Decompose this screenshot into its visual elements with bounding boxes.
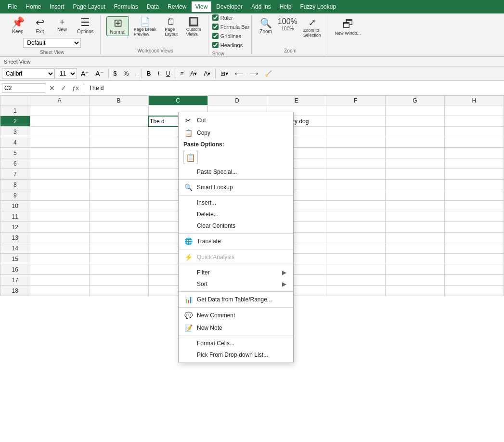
cell-H6[interactable] xyxy=(444,158,504,169)
ctx-filter[interactable]: Filter ▶ xyxy=(179,267,293,278)
cell-G15[interactable] xyxy=(385,254,444,264)
cell-F3[interactable] xyxy=(326,127,385,137)
cell-G9[interactable] xyxy=(385,190,444,201)
menu-home[interactable]: Home xyxy=(22,1,45,12)
cell-A4[interactable] xyxy=(30,137,89,148)
ctx-smart-lookup[interactable]: 🔍 Smart Lookup xyxy=(179,181,293,194)
ctx-translate[interactable]: 🌐 Translate xyxy=(179,235,293,247)
cell-F10[interactable] xyxy=(326,201,385,211)
cell-G18[interactable] xyxy=(385,286,444,296)
cell-A5[interactable] xyxy=(30,148,89,158)
formula-input[interactable] xyxy=(87,85,502,91)
cell-B16[interactable] xyxy=(89,264,148,275)
cell-A6[interactable] xyxy=(30,158,89,169)
cell-F8[interactable] xyxy=(326,180,385,190)
cell-A15[interactable] xyxy=(30,254,89,264)
font-size-select[interactable]: 11 xyxy=(56,68,77,79)
align-left-btn[interactable]: ≡ xyxy=(177,69,186,78)
cell-B1[interactable] xyxy=(89,105,148,116)
sheet-view-dropdown[interactable]: Default xyxy=(23,38,81,48)
cell-H11[interactable] xyxy=(444,211,504,222)
cell-H10[interactable] xyxy=(444,201,504,211)
col-header-D[interactable]: D xyxy=(207,96,267,105)
cell-A17[interactable] xyxy=(30,275,89,286)
cell-B17[interactable] xyxy=(89,275,148,286)
cell-G3[interactable] xyxy=(385,127,444,137)
cell-B18[interactable] xyxy=(89,286,148,296)
cell-G12[interactable] xyxy=(385,222,444,233)
decrease-font-btn[interactable]: A⁻ xyxy=(92,69,106,78)
menu-fuzzy-lookup[interactable]: Fuzzy Lookup xyxy=(296,1,340,12)
cell-B3[interactable] xyxy=(89,127,148,137)
formula-bar-checkbox[interactable] xyxy=(212,24,219,30)
row-header-7[interactable]: 7 xyxy=(0,169,30,180)
highlight-btn[interactable]: A▾ xyxy=(187,69,200,78)
cell-H8[interactable] xyxy=(444,180,504,190)
cell-H12[interactable] xyxy=(444,222,504,233)
row-header-9[interactable]: 9 xyxy=(0,190,30,201)
formula-cancel-btn[interactable]: ✕ xyxy=(47,83,57,93)
cell-F9[interactable] xyxy=(326,190,385,201)
cell-B11[interactable] xyxy=(89,211,148,222)
cell-B14[interactable] xyxy=(89,243,148,254)
row-header-8[interactable]: 8 xyxy=(0,180,30,190)
ctx-format-cells[interactable]: Format Cells... xyxy=(179,338,293,349)
cell-G16[interactable] xyxy=(385,264,444,275)
cell-A12[interactable] xyxy=(30,222,89,233)
ctx-new-comment[interactable]: 💬 New Comment xyxy=(179,309,293,322)
cell-A7[interactable] xyxy=(30,169,89,180)
gridlines-checkbox[interactable] xyxy=(212,33,219,39)
ctx-cut[interactable]: ✂ Cut xyxy=(179,114,293,127)
ribbon-btn-page-break-preview[interactable]: 📄 Page BreakPreview xyxy=(131,16,159,38)
row-header-17[interactable]: 17 xyxy=(0,275,30,286)
cell-A14[interactable] xyxy=(30,243,89,254)
cell-A11[interactable] xyxy=(30,211,89,222)
comma-btn[interactable]: ‚ xyxy=(132,69,140,78)
col-header-C[interactable]: C xyxy=(148,96,207,105)
cell-G11[interactable] xyxy=(385,211,444,222)
cell-H1[interactable] xyxy=(444,105,504,116)
cell-H17[interactable] xyxy=(444,275,504,286)
ctx-insert[interactable]: Insert... xyxy=(179,197,293,208)
col-header-G[interactable]: G xyxy=(385,96,444,105)
cell-F15[interactable] xyxy=(326,254,385,264)
col-header-B[interactable]: B xyxy=(89,96,148,105)
formula-confirm-btn[interactable]: ✓ xyxy=(59,83,68,93)
cell-B7[interactable] xyxy=(89,169,148,180)
menu-review[interactable]: Review xyxy=(164,1,190,12)
row-header-2[interactable]: 2 xyxy=(0,116,30,127)
cell-F7[interactable] xyxy=(326,169,385,180)
cell-B6[interactable] xyxy=(89,158,148,169)
cell-B9[interactable] xyxy=(89,190,148,201)
ribbon-btn-new-sv[interactable]: ＋ New xyxy=(52,16,72,33)
cell-G1[interactable] xyxy=(385,105,444,116)
cell-H7[interactable] xyxy=(444,169,504,180)
ribbon-btn-zoom-100[interactable]: 100% 100% xyxy=(276,16,299,32)
formula-insert-fn-btn[interactable]: ƒx xyxy=(70,83,81,92)
ctx-paste-special[interactable]: Paste Special... xyxy=(179,166,293,178)
cell-F17[interactable] xyxy=(326,275,385,286)
cell-G2[interactable] xyxy=(385,116,444,127)
menu-add-ins[interactable]: Add-ins xyxy=(247,1,275,12)
cell-H4[interactable] xyxy=(444,137,504,148)
cell-H5[interactable] xyxy=(444,148,504,158)
font-color-btn[interactable]: A▾ xyxy=(201,69,213,78)
menu-developer[interactable]: Developer xyxy=(212,1,246,12)
percent-btn[interactable]: % xyxy=(120,69,131,78)
cell-F12[interactable] xyxy=(326,222,385,233)
cell-A2[interactable] xyxy=(30,116,89,127)
italic-btn[interactable]: I xyxy=(155,69,162,78)
col-header-E[interactable]: E xyxy=(267,96,326,105)
cell-F2[interactable] xyxy=(326,116,385,127)
row-header-10[interactable]: 10 xyxy=(0,201,30,211)
menu-page-layout[interactable]: Page Layout xyxy=(69,1,109,12)
cell-G14[interactable] xyxy=(385,243,444,254)
ctx-sort[interactable]: Sort ▶ xyxy=(179,278,293,290)
cell-G17[interactable] xyxy=(385,275,444,286)
cell-B4[interactable] xyxy=(89,137,148,148)
cell-H18[interactable] xyxy=(444,286,504,296)
ribbon-btn-new-window[interactable]: 🗗 New Windo... xyxy=(333,16,363,37)
ribbon-btn-options-sv[interactable]: ☰ Options xyxy=(74,16,96,35)
ctx-new-note[interactable]: 📝 New Note xyxy=(179,322,293,334)
ctx-pick-dropdown[interactable]: Pick From Drop-down List... xyxy=(179,349,293,361)
